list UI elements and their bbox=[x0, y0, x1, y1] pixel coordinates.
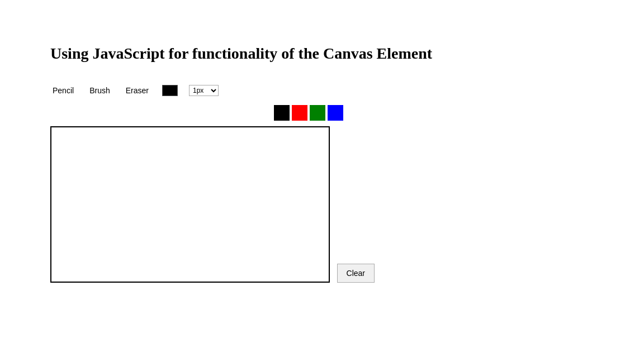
drawing-canvas[interactable] bbox=[50, 126, 330, 283]
pencil-tool-button[interactable]: Pencil bbox=[50, 85, 76, 96]
color-swatch-green[interactable] bbox=[310, 105, 325, 121]
brush-tool-button[interactable]: Brush bbox=[87, 85, 112, 96]
current-color-preview bbox=[162, 85, 178, 96]
color-swatches-row bbox=[274, 105, 594, 121]
color-swatch-red[interactable] bbox=[292, 105, 307, 121]
brush-size-select[interactable]: 1px 2px 4px 8px 16px bbox=[189, 85, 219, 96]
color-swatch-black[interactable] bbox=[274, 105, 290, 121]
page-title: Using JavaScript for functionality of th… bbox=[50, 45, 594, 63]
clear-button-wrapper: Clear bbox=[337, 126, 375, 283]
clear-button[interactable]: Clear bbox=[337, 264, 375, 283]
canvas-area-wrapper: Clear bbox=[50, 126, 330, 283]
toolbar: Pencil Brush Eraser 1px 2px 4px 8px 16px bbox=[50, 85, 594, 96]
color-swatch-blue[interactable] bbox=[328, 105, 343, 121]
eraser-tool-button[interactable]: Eraser bbox=[124, 85, 151, 96]
